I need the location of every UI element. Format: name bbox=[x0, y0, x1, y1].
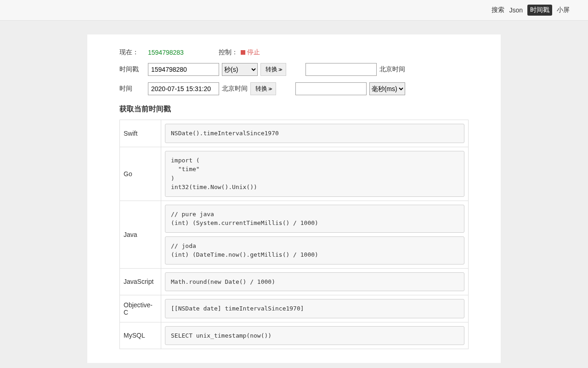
lang-cell: Go bbox=[120, 147, 161, 201]
code-block: [[NSDate date] timeIntervalSince1970] bbox=[165, 299, 464, 318]
main-panel: 现在： 1594798283 控制： 停止 时间戳 秒(s)毫秒(ms) 转换 … bbox=[87, 34, 501, 363]
nav-timestamp[interactable]: 时间戳 bbox=[527, 5, 552, 16]
chevron-right-icon: >> bbox=[278, 67, 281, 72]
table-row: Objective-C[[NSDate date] timeIntervalSi… bbox=[120, 295, 469, 322]
nav-small[interactable]: 小屏 bbox=[557, 6, 570, 14]
top-nav: 搜索 Json 时间戳 小屏 bbox=[0, 0, 588, 21]
ts-label: 时间戳 bbox=[119, 65, 145, 74]
time-result-input[interactable] bbox=[295, 82, 367, 95]
code-block: NSDate().timeIntervalSince1970 bbox=[165, 124, 464, 143]
lang-cell: Swift bbox=[120, 120, 161, 147]
ts-unit-select[interactable]: 秒(s)毫秒(ms) bbox=[222, 63, 258, 76]
snippets-table: SwiftNSDate().timeIntervalSince1970Goimp… bbox=[119, 120, 469, 349]
time-tz-label: 北京时间 bbox=[222, 85, 248, 93]
table-row: Goimport ( "time" ) int32(time.Now().Uni… bbox=[120, 147, 469, 201]
code-block: import ( "time" ) int32(time.Now().Unix(… bbox=[165, 151, 464, 197]
nav-search[interactable]: 搜索 bbox=[492, 6, 504, 14]
ts-convert-button[interactable]: 转换 >> bbox=[260, 63, 286, 76]
code-cell: SELECT unix_timestamp(now()) bbox=[161, 322, 469, 349]
table-row: SwiftNSDate().timeIntervalSince1970 bbox=[120, 120, 469, 147]
time-convert-button[interactable]: 转换 >> bbox=[250, 82, 276, 95]
code-cell: // pure java (int) (System.currentTimeMi… bbox=[161, 201, 469, 268]
stop-button[interactable]: 停止 bbox=[241, 48, 260, 57]
now-label: 现在： bbox=[119, 48, 145, 57]
code-cell: [[NSDate date] timeIntervalSince1970] bbox=[161, 295, 469, 322]
control-label: 控制： bbox=[219, 48, 238, 57]
lang-cell: JavaScript bbox=[120, 268, 161, 295]
lang-cell: Objective-C bbox=[120, 295, 161, 322]
time-label: 时间 bbox=[119, 85, 145, 93]
now-value: 1594798283 bbox=[148, 49, 184, 56]
ts-result-input[interactable] bbox=[305, 63, 377, 76]
convert-text: 转换 bbox=[266, 65, 277, 74]
code-cell: import ( "time" ) int32(time.Now().Unix(… bbox=[161, 147, 469, 201]
snippets-heading: 获取当前时间戳 bbox=[119, 104, 469, 114]
code-block: // joda (int) (DateTime.now().getMillis(… bbox=[165, 236, 464, 264]
table-row: JavaScriptMath.round(new Date() / 1000) bbox=[120, 268, 469, 295]
code-cell: NSDate().timeIntervalSince1970 bbox=[161, 120, 469, 147]
code-cell: Math.round(new Date() / 1000) bbox=[161, 268, 469, 295]
convert-text: 转换 bbox=[255, 85, 267, 93]
stop-text: 停止 bbox=[247, 48, 260, 57]
table-row: MySQLSELECT unix_timestamp(now()) bbox=[120, 322, 469, 349]
code-block: SELECT unix_timestamp(now()) bbox=[165, 326, 464, 345]
lang-cell: Java bbox=[120, 201, 161, 268]
code-block: // pure java (int) (System.currentTimeMi… bbox=[165, 205, 464, 233]
stop-icon bbox=[241, 50, 245, 55]
time-input[interactable] bbox=[148, 82, 219, 95]
table-row: Java// pure java (int) (System.currentTi… bbox=[120, 201, 469, 268]
time-unit-select[interactable]: 秒(s)毫秒(ms) bbox=[369, 82, 405, 95]
code-block: Math.round(new Date() / 1000) bbox=[165, 272, 464, 292]
ts-input[interactable] bbox=[148, 63, 219, 76]
lang-cell: MySQL bbox=[120, 322, 161, 349]
ts-result-label: 北京时间 bbox=[379, 65, 405, 74]
chevron-right-icon: >> bbox=[268, 86, 271, 92]
nav-json[interactable]: Json bbox=[509, 6, 523, 14]
